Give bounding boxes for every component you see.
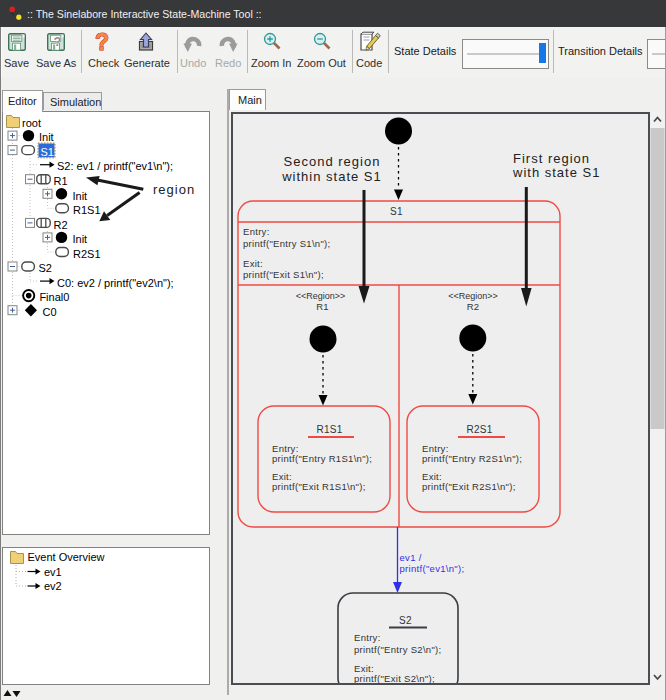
svg-text:region: region [153, 182, 195, 197]
svg-text:Init: Init [39, 131, 54, 143]
svg-text:Init: Init [73, 190, 88, 202]
svg-text:ev1 /: ev1 / [400, 552, 422, 563]
svg-text:printf("Exit S1\n");: printf("Exit S1\n"); [243, 269, 324, 280]
svg-text:Exit:: Exit: [354, 663, 374, 674]
svg-text:printf("Entry S1\n");: printf("Entry S1\n"); [243, 238, 331, 249]
svg-text:R1S1: R1S1 [73, 204, 101, 216]
svg-text:R2: R2 [54, 219, 68, 231]
svg-text:Exit:: Exit: [422, 471, 442, 482]
svg-text:printf("Exit R1S1\n");: printf("Exit R1S1\n"); [272, 481, 366, 492]
svg-text:R2: R2 [467, 301, 480, 312]
svg-text:First region: First region [513, 151, 590, 166]
svg-text:printf("Entry R1S1\n");: printf("Entry R1S1\n"); [272, 453, 372, 464]
svg-text:?: ? [95, 31, 109, 53]
svg-text:S1: S1 [390, 206, 403, 217]
svg-text:S2: ev1 / printf("ev1\n");: S2: ev1 / printf("ev1\n"); [57, 160, 173, 172]
svg-text:Exit:: Exit: [272, 471, 292, 482]
svg-text:R1S1: R1S1 [316, 424, 342, 435]
svg-text:printf("Exit S2\n");: printf("Exit S2\n"); [354, 673, 435, 683]
svg-text:R2S1: R2S1 [73, 248, 101, 260]
svg-text:printf("Entry S2\n");: printf("Entry S2\n"); [354, 644, 442, 655]
svg-text:Entry:: Entry: [354, 632, 381, 643]
svg-text:Init: Init [73, 233, 88, 245]
svg-text:root: root [22, 117, 41, 129]
svg-text:C0: ev2 / printf("ev2\n");: C0: ev2 / printf("ev2\n"); [57, 277, 174, 289]
svg-text:with state S1: with state S1 [512, 165, 600, 180]
svg-text:Second region: Second region [284, 154, 381, 169]
svg-text:Entry:: Entry: [243, 226, 270, 237]
svg-text:R1: R1 [316, 301, 329, 312]
svg-text:?: ? [54, 34, 62, 49]
svg-text:<<Region>>: <<Region>> [448, 291, 498, 301]
svg-text:ev2: ev2 [44, 580, 62, 592]
svg-text:Event Overview: Event Overview [28, 551, 105, 563]
svg-text:S2: S2 [399, 615, 412, 626]
svg-text:S1: S1 [41, 146, 54, 158]
svg-text:printf("Exit R2S1\n");: printf("Exit R2S1\n"); [422, 481, 516, 492]
svg-text:printf("ev1\n");: printf("ev1\n"); [400, 563, 465, 574]
svg-text:within state S1: within state S1 [281, 169, 382, 184]
svg-text:ev1: ev1 [44, 566, 62, 578]
svg-text:Exit:: Exit: [243, 258, 263, 269]
svg-text:C0: C0 [43, 306, 57, 318]
svg-text:<<Region>>: <<Region>> [296, 291, 346, 301]
svg-text:R2S1: R2S1 [466, 424, 492, 435]
svg-text:Final0: Final0 [39, 291, 69, 303]
svg-text:S2: S2 [39, 262, 52, 274]
svg-text:printf("Entry R2S1\n");: printf("Entry R2S1\n"); [422, 453, 522, 464]
svg-text:R1: R1 [54, 175, 68, 187]
